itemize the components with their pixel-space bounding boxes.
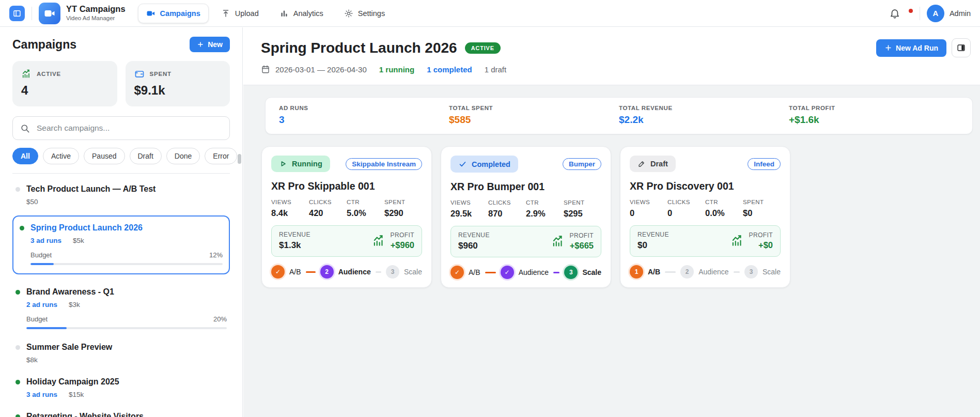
step-label: Audience [519, 268, 549, 276]
summary-label: AD RUNS [279, 105, 449, 111]
filter-chip-active[interactable]: Active [43, 148, 79, 164]
step-connector [553, 272, 559, 273]
summary-total-profit: TOTAL PROFIT +$1.6k [789, 105, 959, 126]
campaign-budget-total: $8k [26, 356, 38, 364]
campaign-runs-link[interactable]: 2 ad runs [26, 301, 57, 308]
nav-label: Campaigns [160, 9, 200, 18]
status-pill-label: Completed [472, 160, 510, 168]
search-input[interactable] [36, 123, 222, 133]
plus-icon [197, 41, 204, 48]
ad-run-card-discovery[interactable]: Draft Infeed XR Pro Discovery 001 VIEWS0… [620, 146, 790, 288]
new-campaign-button[interactable]: New [190, 37, 230, 52]
upload-icon [221, 9, 230, 18]
filter-chip-error[interactable]: Error [205, 148, 237, 164]
step-circle-done: ✓ [450, 266, 464, 279]
campaign-list-item[interactable]: Retargeting - Website Visitors 1 ad run … [12, 405, 230, 417]
ad-run-card-skippable[interactable]: Running Skippable Instream XR Pro Skippa… [261, 146, 432, 288]
filter-chip-done[interactable]: Done [166, 148, 200, 164]
sidebar-scrollbar-thumb[interactable] [238, 154, 241, 164]
campaign-list-item-selected[interactable]: Spring Product Launch 2026 3 ad runs $5k… [12, 215, 230, 274]
sidebar-toggle-button[interactable] [9, 6, 25, 21]
status-dot [15, 414, 20, 417]
metric-label: VIEWS [271, 199, 309, 205]
step-connector [376, 271, 381, 273]
revenue-label: REVENUE [279, 231, 310, 238]
revenue-value: $0 [637, 240, 669, 251]
notifications-button[interactable] [889, 8, 900, 19]
ad-run-cards: Running Skippable Instream XR Pro Skippa… [261, 146, 980, 288]
format-tag: Skippable Instream [346, 158, 422, 170]
step-circle-todo: 2 [680, 265, 694, 279]
nav-tab-upload[interactable]: Upload [213, 4, 267, 23]
summary-stats-bar: AD RUNS 3 TOTAL SPENT $585 TOTAL REVENUE… [265, 97, 973, 134]
nav-tab-analytics[interactable]: Analytics [271, 4, 332, 23]
workflow-stepper: ✓ A/B 2 Audience 3 Scale [271, 265, 422, 279]
campaign-detail-panel: Spring Product Launch 2026 ACTIVE New Ad… [243, 27, 980, 417]
campaign-list-item[interactable]: Holiday Campaign 2025 3 ad runs $15k [12, 370, 230, 405]
summary-label: TOTAL REVENUE [619, 105, 789, 111]
panel-left-icon [12, 9, 22, 18]
metric-value: 420 [309, 208, 347, 218]
bar-chart-icon [279, 9, 289, 18]
workflow-stepper: ✓ A/B ✓ Audience 3 Scale [450, 266, 601, 279]
status-dot [15, 345, 20, 350]
new-ad-run-button[interactable]: New Ad Run [876, 39, 946, 57]
budget-label: Budget [30, 251, 52, 259]
metric-value: 870 [488, 209, 526, 219]
summary-label: TOTAL SPENT [449, 105, 619, 111]
budget-percent: 12% [209, 251, 223, 259]
filter-chip-draft[interactable]: Draft [130, 148, 162, 164]
status-dot [20, 226, 24, 230]
app-title: YT Campaigns [66, 4, 126, 14]
metric-value: 0 [630, 208, 667, 218]
status-dot [15, 380, 20, 384]
top-bar: YT Campaigns Video Ad Manager Campaigns … [0, 0, 980, 27]
nav-tab-campaigns[interactable]: Campaigns [138, 4, 209, 23]
ad-run-card-bumper[interactable]: Completed Bumper XR Pro Bumper 001 VIEWS… [441, 146, 611, 288]
step-label: A/B [469, 268, 480, 276]
active-stat-card: ACTIVE 4 [12, 61, 117, 106]
format-tag: Infeed [748, 158, 781, 170]
metric-label: CLICKS [488, 199, 526, 206]
panel-layout-button[interactable] [952, 38, 971, 57]
metric-label: CTR [705, 199, 743, 205]
user-avatar[interactable]: A [927, 5, 944, 22]
campaign-budget-total: $15k [69, 391, 84, 398]
campaign-list-item[interactable]: Tech Product Launch — A/B Test $50 [12, 178, 230, 212]
profit-trend-icon [372, 234, 385, 248]
metric-label: SPENT [564, 199, 601, 206]
new-ad-run-label: New Ad Run [896, 44, 938, 52]
notification-dot [909, 9, 913, 13]
metric-label: CTR [347, 199, 384, 205]
campaign-name: Holiday Campaign 2025 [26, 377, 119, 387]
campaign-list-item[interactable]: Brand Awareness - Q1 2 ad runs $3k Budge… [12, 281, 230, 336]
nav-label: Analytics [293, 9, 323, 18]
metric-label: CTR [526, 199, 564, 206]
profit-value: +$665 [570, 241, 594, 251]
progress-track [30, 263, 223, 265]
budget-percent: 20% [213, 315, 227, 323]
workflow-stepper: 1 A/B 2 Audience 3 Scale [630, 265, 781, 279]
wallet-icon [134, 69, 145, 79]
summary-label: TOTAL PROFIT [789, 105, 959, 111]
campaign-runs-link[interactable]: 3 ad runs [26, 391, 57, 398]
step-label: Audience [338, 268, 371, 276]
step-label: Scale [763, 268, 781, 276]
filter-chip-paused[interactable]: Paused [84, 148, 125, 164]
metric-value: 8.4k [271, 208, 309, 218]
filter-chip-all[interactable]: All [12, 148, 38, 164]
ad-run-title: XR Pro Bumper 001 [450, 181, 601, 193]
campaign-list-item[interactable]: Summer Sale Preview $8k [12, 336, 230, 370]
nav-tab-settings[interactable]: Settings [336, 4, 393, 23]
campaign-name: Spring Product Launch 2026 [30, 223, 143, 233]
divider [32, 7, 32, 20]
campaign-name: Retargeting - Website Visitors [26, 412, 144, 417]
step-circle-done: ✓ [501, 266, 514, 279]
filter-chips: All Active Paused Draft Done Error [12, 148, 230, 164]
metric-value: $290 [384, 208, 422, 218]
summary-value: $585 [449, 114, 619, 126]
status-dot [15, 290, 20, 295]
campaign-runs-link[interactable]: 3 ad runs [30, 237, 61, 244]
step-connector [734, 271, 740, 273]
budget-label: Budget [26, 315, 48, 323]
